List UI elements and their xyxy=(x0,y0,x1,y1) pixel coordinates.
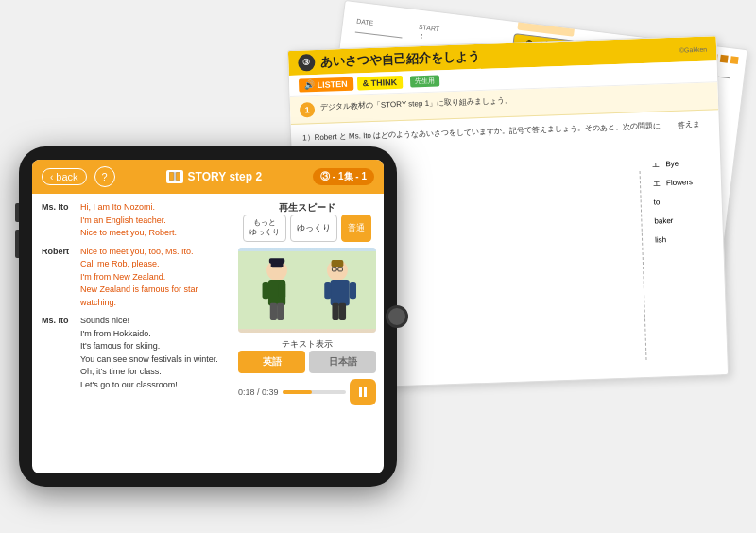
speech-robert: Nice to meet you, too, Ms. Ito.Call me R… xyxy=(80,246,221,310)
book-icon xyxy=(166,170,183,183)
answer-text-4: baker xyxy=(654,212,674,232)
speed-normal-btn[interactable]: 普通 xyxy=(341,215,371,242)
english-btn[interactable]: 英語 xyxy=(238,351,305,373)
svg-rect-1 xyxy=(176,172,180,181)
manga-panel xyxy=(238,248,376,333)
ws-listen-count: 先生用 xyxy=(410,75,439,87)
help-button[interactable]: ? xyxy=(94,166,115,187)
speed-label: 再生スピード xyxy=(238,201,376,215)
manga-svg xyxy=(238,248,376,333)
time-display: 0:18 / 0:39 xyxy=(238,387,279,397)
ws-publisher: ©Gakken xyxy=(679,45,708,53)
app-header: ‹ back ? STORY step 2 ③ - 1集 - 1 xyxy=(32,160,384,194)
phone-camera-button xyxy=(386,305,408,328)
phone-volume-btn-2 xyxy=(15,230,19,258)
ws-answer-area: エ Bye エ Flowers to baker lish xyxy=(644,149,724,254)
answer-line-4: baker xyxy=(654,210,715,231)
ws-think-badge: & THINK xyxy=(356,76,403,91)
back-label: back xyxy=(56,171,77,182)
manga-illustration xyxy=(238,248,376,333)
transcript-panel[interactable]: Ms. Ito Hi, I am Ito Nozomi.I'm an Engli… xyxy=(32,194,231,473)
answer-text-2: Flowers xyxy=(666,173,694,193)
ws-start-area: START ： xyxy=(417,24,439,43)
controls-panel: 再生スピード もっとゆっくり ゆっくり 普通 xyxy=(231,194,384,473)
svg-rect-13 xyxy=(332,260,344,266)
ws-date-label: DATE xyxy=(356,18,404,30)
transcript-row-ms-ito-2: Ms. Ito Sounds nice!I'm from Hokkaido.It… xyxy=(42,315,221,391)
speech-ms-ito-2: Sounds nice!I'm from Hokkaido.It's famou… xyxy=(80,315,218,391)
back-chevron-icon: ‹ xyxy=(50,172,53,182)
speaker-robert: Robert xyxy=(42,246,75,310)
answer-line-5: lish xyxy=(655,229,716,249)
speaker-ms-ito-1: Ms. Ito xyxy=(42,201,75,240)
svg-rect-20 xyxy=(332,302,338,319)
speed-slowest-btn[interactable]: もっとゆっくり xyxy=(243,215,286,242)
speaker-ms-ito-2: Ms. Ito xyxy=(42,315,75,391)
svg-rect-6 xyxy=(269,258,284,263)
speed-control-area: 再生スピード もっとゆっくり ゆっくり 普通 xyxy=(238,201,376,242)
svg-rect-22 xyxy=(359,387,362,397)
playback-controls: 0:18 / 0:39 xyxy=(238,379,376,405)
answer-line-2: エ Flowers xyxy=(653,172,714,193)
ws-main-title: あいさつや自己紹介をしよう xyxy=(320,48,481,71)
play-pause-button[interactable] xyxy=(350,379,376,405)
ws-unit-icon: ③ xyxy=(298,54,316,72)
answer-marker-1: エ xyxy=(652,155,661,174)
svg-rect-18 xyxy=(324,282,331,299)
ws-date-line xyxy=(355,32,403,39)
back-button[interactable]: ‹ back xyxy=(42,168,87,185)
phone-screen: ‹ back ? STORY step 2 ③ - 1集 - 1 xyxy=(32,160,384,473)
svg-rect-11 xyxy=(277,302,284,319)
ws-listen-badge: 🔊 LISTEN xyxy=(299,77,353,93)
svg-rect-10 xyxy=(270,302,277,319)
japanese-btn[interactable]: 日本語 xyxy=(309,351,376,373)
text-display-area: テキスト表示 英語 日本語 xyxy=(238,338,376,373)
svg-rect-19 xyxy=(350,282,356,299)
chapter-badge: ③ - 1集 - 1 xyxy=(313,168,374,185)
svg-rect-17 xyxy=(331,280,350,305)
svg-rect-23 xyxy=(364,387,367,397)
speed-buttons-group: もっとゆっくり ゆっくり 普通 xyxy=(238,215,376,242)
phone-volume-btn-1 xyxy=(15,203,19,222)
answer-text-5: lish xyxy=(655,231,667,249)
progress-bar[interactable] xyxy=(283,390,346,394)
pause-icon xyxy=(357,387,369,398)
transcript-row-robert: Robert Nice to meet you, too, Ms. Ito.Ca… xyxy=(42,246,221,310)
text-display-label: テキスト表示 xyxy=(238,338,376,351)
answer-marker-2: エ xyxy=(653,174,662,193)
app-title-text: STORY step 2 xyxy=(188,170,262,183)
app-title-area: STORY step 2 xyxy=(123,170,306,183)
svg-rect-21 xyxy=(339,302,346,319)
ws-date-area: DATE xyxy=(355,18,404,39)
ws-step-number: 1 xyxy=(300,102,316,118)
answer-line-1: エ Bye xyxy=(652,153,713,174)
progress-fill xyxy=(283,390,312,394)
svg-rect-8 xyxy=(263,282,269,299)
phone-device: ‹ back ? STORY step 2 ③ - 1集 - 1 xyxy=(19,146,397,487)
ws-step-instruction: デジタル教材の「STORY step 1」に取り組みましょう。 xyxy=(320,95,512,112)
answer-text-1: Bye xyxy=(665,155,679,174)
speed-slow-btn[interactable]: ゆっくり xyxy=(290,215,337,242)
tape-decoration xyxy=(517,13,576,37)
answer-text-3: to xyxy=(653,193,660,212)
speech-ms-ito-1: Hi, I am Ito Nozomi.I'm an English teach… xyxy=(80,201,177,240)
text-toggle-buttons: 英語 日本語 xyxy=(238,351,376,373)
svg-rect-0 xyxy=(169,172,174,181)
transcript-row-ms-ito-1: Ms. Ito Hi, I am Ito Nozomi.I'm an Engli… xyxy=(42,201,221,240)
svg-rect-9 xyxy=(279,282,285,299)
app-content: Ms. Ito Hi, I am Ito Nozomi.I'm an Engli… xyxy=(32,194,384,473)
answer-line-3: to xyxy=(653,191,714,212)
